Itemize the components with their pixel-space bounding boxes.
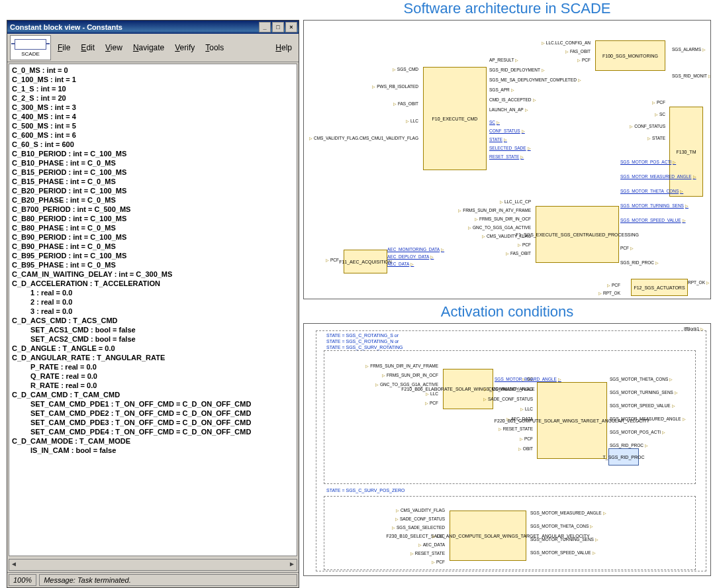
signal-label: SGS_MOTOR_POS_ACTI [610,430,665,434]
constant-line[interactable]: SET_ACS2_CMD : bool = false [12,334,294,344]
signal-label: SGS_MOTOR_SPEED_VALUE [530,550,596,555]
constant-line[interactable]: C_1_S : int = 10 [12,84,294,93]
signal-label: SGS_MOTOR_MEASURED_ANGLE [620,174,696,179]
constant-line[interactable]: C_B15_PHASE : int = C_0_MS [12,177,294,186]
signal-label: OBIT [518,446,534,451]
constant-line[interactable]: C_D_CAM_MODE : T_CAM_MODE [12,436,294,446]
constant-line[interactable]: C_60_S : int = 600 [12,140,294,149]
signal-label: SGS_MOTOR_TURNING_SENS [610,390,678,395]
architecture-diagram[interactable]: F10_EXECUTE_CMD F11_AEC_ACQUISITION F1_S… [303,20,711,299]
signal-label: RESET_STATE [410,551,446,556]
signal-label: SGS_ALARMS [672,47,706,52]
signal-label: AEC_DATA [387,262,414,266]
constant-line[interactable]: C_B95_PERIOD : int = C_100_MS [12,251,294,260]
signal-label: LLC [432,534,446,538]
constant-line[interactable]: 2 : real = 0.0 [12,297,294,307]
maximize-button[interactable]: □ [272,22,284,32]
constant-line[interactable]: C_0_MS : int = 0 [12,66,294,75]
constant-line[interactable]: IS_IN_CAM : bool = false [12,446,294,455]
constant-line[interactable]: C_400_MS : int = 4 [12,112,294,121]
signal-label: PWS_RB_ISOLATED [372,84,420,89]
cond1-line: STATE = SGS_C_SURV_ROTATING [326,345,403,350]
constants-list[interactable]: C_0_MS : int = 0C_100_MS : int = 1C_1_S … [9,64,297,556]
constant-line[interactable]: SET_CAM_CMD_PDE4 : T_ON_OFF_CMD = C_D_ON… [12,427,294,436]
status-message: Message: Task terminated. [39,574,297,586]
node-f11[interactable]: F11_AEC_ACQUISITION [344,250,387,273]
node-f130[interactable]: F130_TM [669,107,703,197]
close-button[interactable]: × [285,22,297,32]
node-f12[interactable]: F12_SGS_ACTUATORS [631,279,688,296]
node-f100[interactable]: F100_SGS_MONITORING [595,40,665,71]
constant-line[interactable]: C_B10_PHASE : int = C_0_MS [12,158,294,168]
signal-label: STATE [489,137,507,142]
menu-navigate[interactable]: Navigate [129,43,168,52]
signal-label: SGS_RID_PROC [610,443,648,448]
cond2-label: STATE = SGS_C_SURV_POS_ZERO [326,488,405,493]
node-f10[interactable]: F10_EXECUTE_CMD [423,67,487,170]
signal-label: SGS_MOTOR_SPEED_VALUE [620,218,686,222]
menu-view[interactable]: View [101,43,126,52]
signal-label: SC [522,377,534,381]
horizontal-scrollbar[interactable] [9,559,297,571]
signal-label: SGS_MOTOR_TURNING_SENS [530,537,598,542]
signal-label: PCF [607,283,622,287]
constant-line[interactable]: C_500_MS : int = 5 [12,121,294,130]
signal-label: SELECTED_SADE [489,146,531,150]
signal-label: AEC_DATA [418,542,446,547]
signal-label: PCF [520,436,534,441]
constant-line[interactable]: C_B10_PERIOD : int = C_100_MS [12,149,294,158]
constant-line[interactable]: SET_CAM_CMD_PDE3 : T_ON_OFF_CMD = C_D_ON… [12,418,294,427]
constant-line[interactable]: C_B80_PHASE : int = C_0_MS [12,223,294,232]
constant-line[interactable]: P_RATE : real = 0.0 [12,362,294,371]
signal-label: PCF [518,242,532,247]
constant-line[interactable]: SET_CAM_CMD_PDE1 : T_ON_OFF_CMD = C_D_ON… [12,399,294,409]
constant-line[interactable]: 1 : real = 0.0 [12,288,294,297]
activation-diagram[interactable]: IfBlock1 F210_B06_ELABORATE_SOLAR_WINGS_… [303,323,711,576]
menu-verify[interactable]: Verify [171,43,199,52]
signal-label: LLC.LLC_CONFIG_AN [542,40,592,45]
constant-line[interactable]: C_D_CAM_CMD : T_CAM_CMD [12,390,294,399]
signal-label: AEC_DATA [506,416,534,421]
constant-line[interactable]: 3 : real = 0.0 [12,307,294,316]
constant-line[interactable]: C_D_ANGLE : T_ANGLE = 0.0 [12,344,294,353]
constant-line[interactable]: C_B15_PERIOD : int = C_100_MS [12,168,294,177]
scade-logo-icon: SCADE [10,35,51,60]
signal-label: LLC [426,391,440,396]
constant-line[interactable]: C_2_S : int = 20 [12,93,294,103]
constant-line[interactable]: C_D_ACCELERATION : T_ACCELERATION [12,279,294,288]
node-f230[interactable]: F230_B10_SELECT_SADE_AND_COMPUTE_SOLAR_W… [450,511,526,561]
menu-file[interactable]: File [54,43,74,52]
constant-line[interactable]: C_D_ACS_CMD : T_ACS_CMD [12,316,294,325]
scade-logo-label: SCADE [21,51,40,57]
constant-line[interactable]: C_B20_PERIOD : int = C_100_MS [12,186,294,195]
constant-line[interactable]: C_CAM_IN_WAITING_DELAY : int = C_300_MS [12,270,294,279]
constant-line[interactable]: R_RATE : real = 0.0 [12,381,294,390]
constant-line[interactable]: C_B95_PHASE : int = C_0_MS [12,260,294,270]
signal-label: SGS_MOTOR_MEASURED_ANGLE [530,511,606,515]
node-proc[interactable]: T_SGS_RID_PROC [608,448,639,466]
minimize-button[interactable]: _ [259,22,271,32]
signal-label: SGS_MOTOR_THETA_CONS [610,377,673,381]
constant-line[interactable]: C_300_MS : int = 3 [12,103,294,112]
signal-label: GNC_TO_SGS_G1A_ACTIVE [375,382,440,387]
constant-line[interactable]: SET_ACS1_CMD : bool = false [12,325,294,334]
status-percent: 100% [9,574,36,586]
constant-line[interactable]: C_B80_PERIOD : int = C_100_MS [12,214,294,223]
node-f1[interactable]: F1_SGS_EXECUTE_SGS_CENTRALISED_PROCESSIN… [536,206,619,263]
constant-line[interactable]: SET_CAM_CMD_PDE2 : T_ON_OFF_CMD = C_D_ON… [12,409,294,418]
constant-line[interactable]: C_100_MS : int = 1 [12,75,294,84]
constant-line[interactable]: C_B90_PERIOD : int = C_100_MS [12,232,294,242]
constant-line[interactable]: C_B90_PHASE : int = C_0_MS [12,242,294,251]
diagrams-pane: Software architecture in SCADE F10_EXECU… [299,0,715,588]
constant-line[interactable]: C_600_MS : int = 6 [12,130,294,140]
constant-line[interactable]: C_D_ANGULAR_RATE : T_ANGULAR_RATE [12,353,294,362]
node-f220[interactable]: F220_B01_COMPUTE_SOLAR_WINGS_TARGET_ANGU… [537,382,607,459]
window-title: Constant block view - Constants [10,23,258,31]
constant-line[interactable]: C_B20_PHASE : int = C_0_MS [12,195,294,205]
signal-label: RESET_STATE [489,154,524,159]
menu-help[interactable]: Help [271,43,296,52]
menu-tools[interactable]: Tools [201,43,228,52]
constant-line[interactable]: C_B700_PERIOD : int = C_500_MS [12,205,294,214]
menu-edit[interactable]: Edit [77,43,99,52]
constant-line[interactable]: Q_RATE : real = 0.0 [12,371,294,381]
